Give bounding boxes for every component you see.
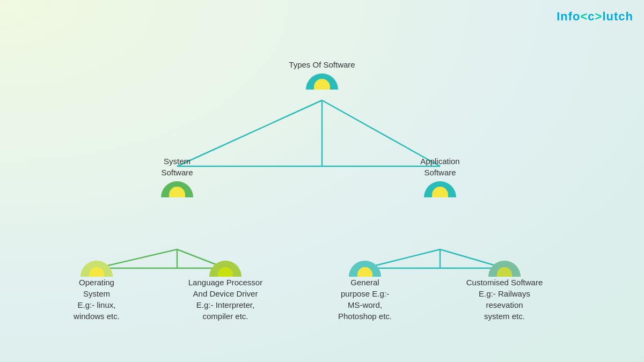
customised-software-node: Customised SoftwareE.g:- Railwaysresevat… [451, 257, 558, 322]
root-node: Types Of Software [279, 59, 365, 90]
custom-connector [488, 261, 521, 277]
application-software-label: ApplicationSoftware [397, 156, 483, 178]
tree-container: Types Of Software SystemSoftware Applica… [0, 43, 644, 354]
language-processor-node: Language ProcessorAnd Device DriverE.g:-… [177, 257, 274, 322]
gen-label: Generalpurpose E.g:-MS-word,Photoshop et… [317, 277, 413, 322]
root-connector [306, 73, 338, 90]
logo-bracket-icon: < [580, 10, 588, 23]
operating-system-node: OperatingSystemE.g:- linux,windows etc. [54, 257, 140, 322]
custom-label: Customised SoftwareE.g:- Railwaysresevat… [451, 277, 558, 322]
logo-bracket-close-icon: > [595, 10, 603, 23]
root-label: Types Of Software [279, 59, 365, 70]
gen-connector [349, 261, 381, 277]
os-label: OperatingSystemE.g:- linux,windows etc. [54, 277, 140, 322]
general-purpose-node: Generalpurpose E.g:-MS-word,Photoshop et… [317, 257, 413, 322]
system-software-node: SystemSoftware [134, 156, 220, 197]
os-connector [80, 261, 113, 277]
app-connector [424, 181, 456, 197]
application-software-node: ApplicationSoftware [397, 156, 483, 197]
system-software-label: SystemSoftware [134, 156, 220, 178]
logo: Info<c>lutch [557, 10, 633, 24]
lang-connector [209, 261, 241, 277]
lang-label: Language ProcessorAnd Device DriverE.g:-… [177, 277, 274, 322]
system-connector [161, 181, 193, 197]
